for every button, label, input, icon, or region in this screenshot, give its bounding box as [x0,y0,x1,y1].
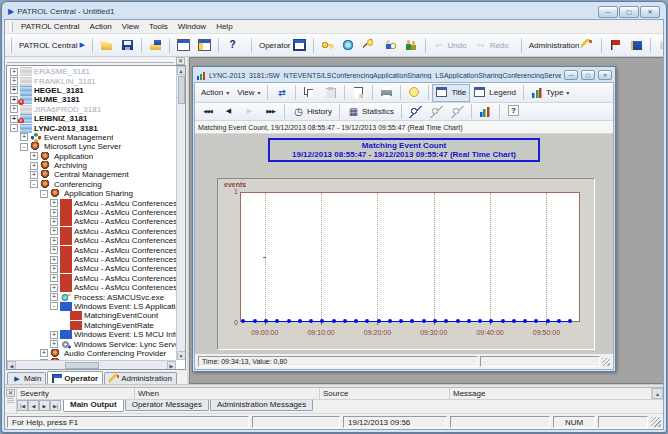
chart-type-button[interactable]: Type [527,84,573,102]
history-button[interactable]: History [288,103,336,121]
magnifier-minus-button[interactable] [426,103,447,121]
console-tab-administration[interactable]: Administration [104,372,177,384]
save-button[interactable] [117,36,138,54]
menubar-grip[interactable] [10,22,13,32]
view-taskpad-button[interactable] [173,36,194,54]
inner-close-button[interactable]: ✕ [598,70,612,80]
scroll-thumb[interactable] [65,362,99,369]
tree-node[interactable]: +Windows Service: Lync Server A [7,339,176,348]
minimize-button[interactable]: — [598,6,618,18]
collapse-icon[interactable]: - [20,143,28,151]
tree-node[interactable]: +Windows Event: LS MCU Infrast [7,330,176,339]
nav-prev-button[interactable] [218,103,239,121]
tree-node[interactable]: +AsMcu - AsMcu Conferences - [7,255,176,264]
scroll-thumb[interactable] [178,76,185,104]
scroll-up-icon[interactable]: ▲ [177,66,186,75]
open-folder-button[interactable] [96,36,117,54]
menu-patrol-central[interactable]: PATROL Central [16,21,85,32]
expand-icon[interactable]: + [10,96,18,104]
expand-icon[interactable]: + [50,199,58,207]
expand-icon[interactable]: + [50,293,58,301]
column-header-message[interactable]: Message [450,388,652,399]
tree-node[interactable]: +AsMcu - AsMcu Conferences - [7,283,176,292]
patrol-central-button[interactable]: PATROL Central▶ [15,36,89,54]
tree-node[interactable]: +ERASME_3181 [7,67,176,76]
expand-icon[interactable]: + [50,265,58,273]
view-window-button[interactable] [194,36,215,54]
tree-node[interactable]: +Event Management [7,133,176,142]
statistics-button[interactable]: Statistics [343,103,398,121]
expand-icon[interactable]: + [50,246,58,254]
expand-icon[interactable]: + [50,227,58,235]
output-tab-administration-messages[interactable]: Administration Messages [210,400,313,411]
tree-node[interactable]: +Application [7,152,176,161]
tab-next-icon[interactable]: ▶ [39,400,50,411]
notebook-button[interactable] [626,36,647,54]
tree-vertical-scrollbar[interactable]: ▲ ▼ [176,66,185,360]
copy-button[interactable] [299,84,320,102]
tree-node[interactable]: +LEIBNIZ_3181 [7,114,176,123]
refresh-button[interactable] [271,84,292,102]
tree-node[interactable]: +Process: ASMCUSvc.exe [7,292,176,301]
tree-node[interactable]: -Microsoft Lync Server [7,142,176,151]
menu-help[interactable]: Help [211,21,237,32]
tree-node[interactable]: MatchingEventRate [7,321,176,330]
torch-button[interactable] [359,36,380,54]
tree-node[interactable]: +FRANKLIN_3181 [7,76,176,85]
nav-next-button[interactable] [239,103,260,121]
tree-node[interactable]: +JIRA6PROD_3181 [7,105,176,114]
expand-icon[interactable]: + [10,105,18,113]
undo-button[interactable]: Undo [429,36,471,54]
expand-icon[interactable]: + [40,349,48,357]
expand-icon[interactable]: + [20,133,28,141]
find-agent-button[interactable] [380,36,401,54]
scroll-down-icon[interactable]: ▼ [177,351,186,360]
message-drag-grip[interactable] [7,398,14,403]
expand-icon[interactable]: + [50,209,58,217]
bar-chart-button[interactable] [475,103,496,121]
tree-node[interactable]: +Audio Conferencing Provider [7,349,176,358]
collapse-icon[interactable]: - [50,302,58,310]
tree-node[interactable]: +HUME_3181 [7,95,176,104]
menu-action[interactable]: Action [85,21,117,32]
nav-last-button[interactable] [260,103,281,121]
scroll-left-icon[interactable]: ◀ [7,361,16,370]
tree-node[interactable]: +AsMcu - AsMcu Conferences - [7,227,176,236]
nav-first-button[interactable] [197,103,218,121]
scroll-right-icon[interactable]: ▶ [167,361,176,370]
output-tab-main-output[interactable]: Main Output [63,400,124,412]
resize-grip[interactable] [651,417,661,427]
close-button[interactable]: ✕ [640,6,660,18]
menu-view[interactable]: View [117,21,144,32]
administration-button[interactable]: Administration [525,36,599,54]
tree-node[interactable]: -LYNC-2013_3181 [7,123,176,132]
expand-icon[interactable]: + [50,256,58,264]
tree-node[interactable]: +AsMcu - AsMcu Conferences - [7,264,176,273]
collapse-icon[interactable]: - [10,124,18,132]
toolbar-grip[interactable] [10,38,12,53]
paste-button[interactable] [320,84,341,102]
tree-node[interactable]: -Conferencing [7,180,176,189]
flag-button[interactable] [605,36,626,54]
tree-node[interactable]: +AsMcu - AsMcu Conferences - [7,198,176,207]
expand-icon[interactable]: + [30,162,38,170]
tree-node[interactable]: MatchingEventCount [7,311,176,320]
properties-button[interactable] [348,84,369,102]
tree-node[interactable]: +AsMcu - AsMcu Conferences - [7,208,176,217]
expand-icon[interactable]: + [10,115,18,123]
tree-node[interactable]: -Windows Event: LS Application [7,302,176,311]
help-box-button[interactable] [503,103,524,121]
menu-window[interactable]: Window [173,21,211,32]
globe-button[interactable] [338,36,359,54]
console-tab-operator[interactable]: Operator [47,371,103,384]
console-tab-main[interactable]: Main [7,372,46,384]
people-button[interactable] [401,36,422,54]
redo-button[interactable]: Redo [471,36,513,54]
maximize-button[interactable]: ▢ [619,6,639,18]
collapse-icon[interactable]: - [30,180,38,188]
tree-node[interactable]: +AsMcu - AsMcu Conferences - [7,245,176,254]
pane-close-icon[interactable]: ✕ [176,57,185,65]
tab-first-icon[interactable]: |◀ [17,400,28,411]
tree-node[interactable]: +AsMcu - AsMcu Conferences - [7,274,176,283]
collapse-icon[interactable]: - [40,190,48,198]
